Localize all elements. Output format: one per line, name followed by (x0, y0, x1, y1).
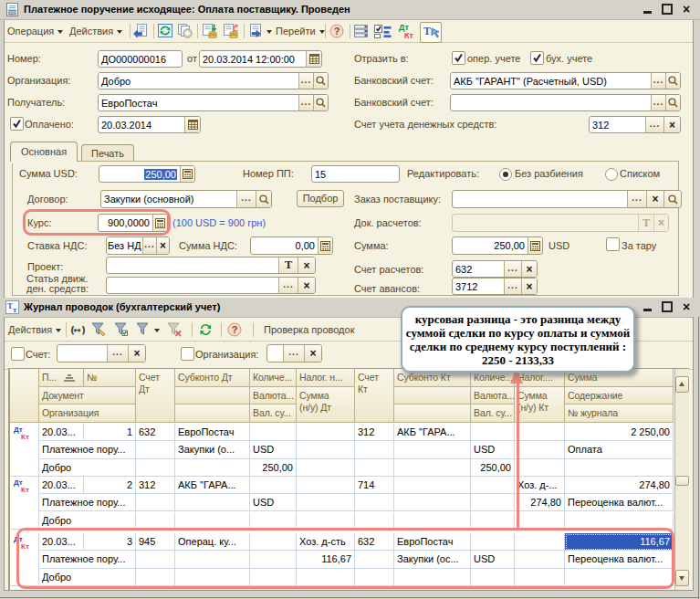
table-cell[interactable]: 274,80 (515, 494, 565, 511)
search-icon[interactable] (665, 95, 680, 110)
table-cell[interactable]: Платежное пору... (39, 551, 136, 568)
search-icon[interactable] (313, 73, 328, 89)
clear-icon[interactable]: × (298, 257, 315, 273)
clear-icon[interactable]: × (521, 278, 537, 294)
maximize-icon[interactable] (661, 300, 674, 313)
clear-icon[interactable]: × (646, 191, 663, 207)
table-cell[interactable]: 312 (136, 477, 175, 494)
dtkt-marker[interactable]: ДтКт (10, 477, 39, 530)
table-header-cell[interactable]: Вал. су... (471, 405, 515, 423)
table-cell[interactable] (515, 459, 565, 477)
table-cell[interactable] (297, 477, 355, 494)
actions-menu-button[interactable]: Действия (5, 321, 64, 338)
table-cell[interactable] (355, 512, 394, 530)
table-header-cell[interactable]: Количе... (250, 369, 297, 387)
scroll-up-icon[interactable] (675, 376, 689, 393)
schet-filter-field[interactable]: ... × (57, 344, 146, 363)
operation-menu-button[interactable]: Операция (5, 23, 66, 39)
statya-field[interactable]: ... × (106, 277, 316, 294)
table-cell[interactable] (471, 494, 515, 511)
table-cell[interactable]: 312 (355, 424, 394, 441)
radio-bez-razbieniya[interactable] (499, 168, 512, 181)
ellipsis-icon[interactable]: ... (504, 261, 521, 277)
table-header-cell[interactable] (10, 369, 39, 423)
clear-icon[interactable]: × (298, 278, 315, 293)
window1-titlebar[interactable]: Платежное поручение исходящее: Оплата по… (0, 0, 700, 20)
zakaz-field[interactable]: ... × (452, 190, 682, 208)
scroll-thumb[interactable] (675, 476, 689, 486)
table-header-cell[interactable] (175, 387, 250, 405)
table-cell[interactable]: Закупки (о... (175, 441, 250, 458)
table-cell[interactable]: 1 (84, 424, 136, 441)
table-cell[interactable] (471, 512, 515, 530)
table-cell[interactable]: Переоценка валют... (565, 551, 674, 568)
summa-nds-field[interactable]: 0,00 (250, 236, 333, 255)
dogovor-field[interactable]: Закупки (основной) ... (100, 190, 272, 208)
dtkt-marker[interactable]: ДтКт (10, 424, 39, 477)
table-cell[interactable] (394, 459, 471, 477)
table-cell[interactable] (515, 424, 565, 441)
table-cell[interactable] (355, 494, 394, 511)
table-header-cell[interactable]: Субконто Дт (175, 369, 250, 387)
table-cell[interactable]: Добро (39, 459, 136, 477)
actions-menu-button[interactable]: Действия (67, 23, 125, 39)
table-cell[interactable]: 20.03... (39, 533, 84, 551)
table-header-cell[interactable]: № журнала (565, 405, 674, 423)
maximize-icon[interactable] (661, 3, 674, 16)
help-icon[interactable]: ? (329, 24, 344, 38)
table-cell[interactable] (136, 569, 175, 586)
table-cell[interactable] (394, 494, 471, 511)
ellipsis-icon[interactable]: ... (651, 95, 665, 110)
table-cell[interactable] (136, 441, 175, 458)
search-icon[interactable] (663, 191, 681, 207)
check-postings-button[interactable]: Проверка проводок (261, 321, 357, 338)
clear-icon[interactable]: × (156, 237, 169, 254)
table-cell[interactable]: ЕвроПостач (394, 533, 471, 551)
table-cell[interactable]: АКБ "ГАРА... (394, 424, 471, 441)
ellipsis-icon[interactable]: ... (278, 278, 298, 293)
table-cell[interactable]: 274,80 (565, 477, 674, 494)
table-cell[interactable] (250, 569, 297, 586)
calculator-icon[interactable] (152, 215, 167, 231)
table-cell[interactable]: 632 (136, 424, 175, 441)
table-cell[interactable] (355, 459, 394, 477)
clear-icon[interactable]: × (663, 117, 680, 132)
scroll-down-icon[interactable] (675, 570, 689, 586)
search-icon[interactable] (313, 95, 328, 110)
summa-field[interactable]: 250,00 (452, 236, 543, 255)
table-cell[interactable] (355, 569, 394, 586)
table-header-cell[interactable]: Документ (39, 387, 136, 405)
search-icon[interactable] (665, 73, 680, 89)
table-cell[interactable] (394, 512, 471, 530)
movements-out-icon[interactable] (223, 24, 239, 38)
org-filter-checkbox[interactable] (181, 347, 194, 361)
copy-add-icon[interactable] (177, 24, 192, 38)
table-header-cell[interactable]: Валюта... (250, 387, 297, 405)
org-filter-field[interactable]: ... × (266, 344, 322, 363)
selected-cell[interactable]: 116,67 (565, 533, 674, 551)
table-cell[interactable]: Закупки (ос... (394, 551, 471, 568)
table-cell[interactable] (136, 551, 175, 568)
table-cell[interactable] (515, 569, 565, 586)
table-cell[interactable]: Добро (39, 569, 136, 586)
table-cell[interactable] (394, 569, 471, 586)
dtkt-marker[interactable]: ДтКт (10, 533, 39, 586)
table-cell[interactable] (565, 459, 674, 477)
stavka-nds-field[interactable]: Без НД ... × (106, 236, 170, 255)
table-cell[interactable] (297, 441, 355, 458)
search-icon[interactable] (256, 191, 271, 207)
table-cell[interactable] (565, 569, 674, 586)
interval-icon[interactable]: (↔) (70, 322, 85, 337)
bank-account-1-field[interactable]: АКБ "ГАРАНТ" (Расчетный, USD) ... (450, 72, 681, 89)
dok-raschetov-field[interactable]: T × (452, 214, 669, 232)
checklist-icon[interactable] (374, 24, 392, 38)
schet-avansov-field[interactable]: 3712 ... × (452, 278, 538, 295)
schet-filter-checkbox[interactable] (11, 347, 25, 361)
schet-raschetov-field[interactable]: 632 ... × (452, 260, 538, 278)
goto-menu-button[interactable]: Перейти (273, 23, 328, 39)
calculator-icon[interactable] (180, 166, 194, 182)
table-cell[interactable] (175, 569, 250, 586)
table-cell[interactable] (175, 551, 250, 568)
ellipsis-icon[interactable]: ... (504, 278, 521, 294)
table-cell[interactable]: 945 (136, 533, 175, 551)
